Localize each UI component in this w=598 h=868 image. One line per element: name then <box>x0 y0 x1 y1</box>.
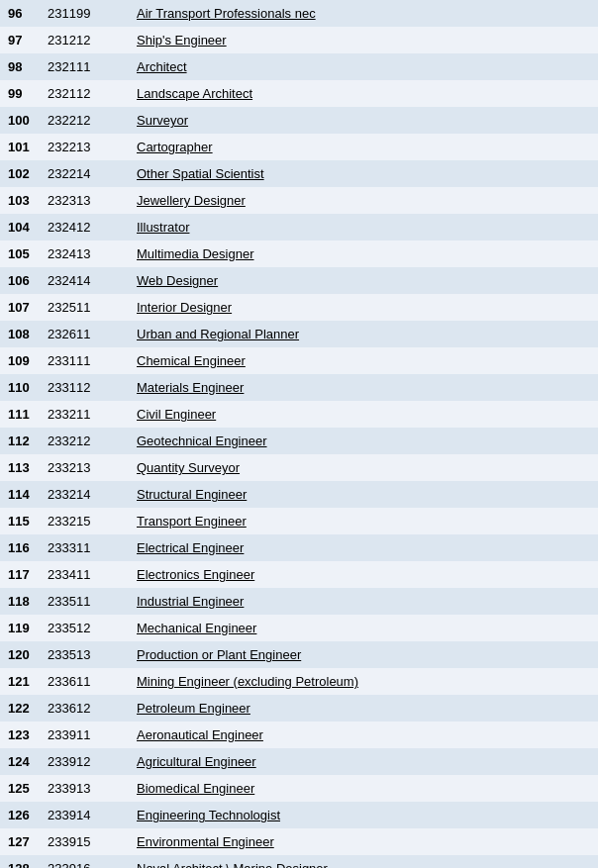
occupation-title[interactable]: Jewellery Designer <box>129 187 598 214</box>
table-row: 98232111Architect <box>0 53 598 80</box>
data-table: 96231199Air Transport Professionals nec9… <box>0 0 598 868</box>
table-row: 105232413Multimedia Designer <box>0 241 598 267</box>
table-row: 111233211Civil Engineer <box>0 401 598 428</box>
occupation-title[interactable]: Architect <box>129 53 598 80</box>
table-row: 107232511Interior Designer <box>0 294 598 321</box>
occupation-title[interactable]: Chemical Engineer <box>129 347 598 374</box>
occupation-code: 232413 <box>40 241 129 267</box>
occupation-code: 232111 <box>40 53 129 80</box>
occupation-title[interactable]: Air Transport Professionals nec <box>129 0 598 27</box>
occupation-code: 233212 <box>40 428 129 454</box>
table-row: 106232414Web Designer <box>0 267 598 294</box>
occupation-title[interactable]: Engineering Technologist <box>129 802 598 828</box>
occupation-title[interactable]: Geotechnical Engineer <box>129 428 598 454</box>
occupation-title[interactable]: Naval Architect \ Marine Designer <box>129 855 598 868</box>
occupation-title[interactable]: Quantity Surveyor <box>129 454 598 481</box>
occupation-code: 231199 <box>40 0 129 27</box>
table-row: 109233111Chemical Engineer <box>0 347 598 374</box>
occupation-title[interactable]: Civil Engineer <box>129 401 598 428</box>
occupation-code: 232313 <box>40 187 129 214</box>
row-number: 102 <box>0 160 40 187</box>
occupation-title[interactable]: Production or Plant Engineer <box>129 641 598 668</box>
row-number: 119 <box>0 615 40 641</box>
occupation-code: 233213 <box>40 454 129 481</box>
occupation-title[interactable]: Industrial Engineer <box>129 588 598 615</box>
row-number: 114 <box>0 481 40 508</box>
table-row: 114233214Structural Engineer <box>0 481 598 508</box>
occupation-title[interactable]: Web Designer <box>129 267 598 294</box>
table-row: 108232611Urban and Regional Planner <box>0 321 598 347</box>
table-row: 125233913Biomedical Engineer <box>0 775 598 802</box>
row-number: 115 <box>0 508 40 534</box>
occupation-code: 232611 <box>40 321 129 347</box>
row-number: 104 <box>0 214 40 241</box>
occupation-code: 233513 <box>40 641 129 668</box>
table-row: 97231212Ship's Engineer <box>0 27 598 53</box>
table-row: 110233112Materials Engineer <box>0 374 598 401</box>
occupation-code: 232112 <box>40 80 129 107</box>
table-row: 96231199Air Transport Professionals nec <box>0 0 598 27</box>
row-number: 112 <box>0 428 40 454</box>
occupation-code: 232212 <box>40 107 129 134</box>
occupation-title[interactable]: Cartographer <box>129 134 598 160</box>
row-number: 126 <box>0 802 40 828</box>
occupation-title[interactable]: Multimedia Designer <box>129 241 598 267</box>
occupation-code: 232214 <box>40 160 129 187</box>
occupation-code: 233214 <box>40 481 129 508</box>
occupation-title[interactable]: Environmental Engineer <box>129 828 598 855</box>
row-number: 118 <box>0 588 40 615</box>
occupation-title[interactable]: Interior Designer <box>129 294 598 321</box>
occupation-code: 231212 <box>40 27 129 53</box>
occupation-code: 232511 <box>40 294 129 321</box>
occupation-title[interactable]: Materials Engineer <box>129 374 598 401</box>
table-row: 123233911Aeronautical Engineer <box>0 722 598 748</box>
occupation-code: 233215 <box>40 508 129 534</box>
row-number: 113 <box>0 454 40 481</box>
occupation-code: 233111 <box>40 347 129 374</box>
table-row: 100232212Surveyor <box>0 107 598 134</box>
occupation-title[interactable]: Other Spatial Scientist <box>129 160 598 187</box>
table-row: 128233916Naval Architect \ Marine Design… <box>0 855 598 868</box>
row-number: 99 <box>0 80 40 107</box>
row-number: 100 <box>0 107 40 134</box>
row-number: 123 <box>0 722 40 748</box>
occupation-code: 233411 <box>40 561 129 588</box>
row-number: 96 <box>0 0 40 27</box>
table-row: 117233411Electronics Engineer <box>0 561 598 588</box>
row-number: 97 <box>0 27 40 53</box>
table-row: 116233311Electrical Engineer <box>0 534 598 561</box>
occupation-code: 233211 <box>40 401 129 428</box>
row-number: 101 <box>0 134 40 160</box>
occupation-title[interactable]: Electrical Engineer <box>129 534 598 561</box>
occupation-title[interactable]: Structural Engineer <box>129 481 598 508</box>
occupation-title[interactable]: Ship's Engineer <box>129 27 598 53</box>
occupation-title[interactable]: Agricultural Engineer <box>129 748 598 775</box>
table-row: 112233212Geotechnical Engineer <box>0 428 598 454</box>
occupation-title[interactable]: Landscape Architect <box>129 80 598 107</box>
occupation-code: 233914 <box>40 802 129 828</box>
table-row: 103232313Jewellery Designer <box>0 187 598 214</box>
occupation-title[interactable]: Urban and Regional Planner <box>129 321 598 347</box>
occupation-title[interactable]: Petroleum Engineer <box>129 695 598 722</box>
row-number: 106 <box>0 267 40 294</box>
occupation-title[interactable]: Biomedical Engineer <box>129 775 598 802</box>
table-row: 121233611Mining Engineer (excluding Petr… <box>0 668 598 695</box>
occupation-title[interactable]: Aeronautical Engineer <box>129 722 598 748</box>
occupation-title[interactable]: Mechanical Engineer <box>129 615 598 641</box>
occupation-title[interactable]: Transport Engineer <box>129 508 598 534</box>
occupation-code: 233512 <box>40 615 129 641</box>
row-number: 124 <box>0 748 40 775</box>
row-number: 105 <box>0 241 40 267</box>
table-row: 113233213Quantity Surveyor <box>0 454 598 481</box>
occupation-title[interactable]: Illustrator <box>129 214 598 241</box>
occupation-title[interactable]: Mining Engineer (excluding Petroleum) <box>129 668 598 695</box>
table-row: 115233215Transport Engineer <box>0 508 598 534</box>
occupation-code: 233112 <box>40 374 129 401</box>
occupation-code: 233916 <box>40 855 129 868</box>
table-row: 122233612Petroleum Engineer <box>0 695 598 722</box>
occupation-title[interactable]: Electronics Engineer <box>129 561 598 588</box>
occupation-code: 232213 <box>40 134 129 160</box>
occupation-title[interactable]: Surveyor <box>129 107 598 134</box>
row-number: 121 <box>0 668 40 695</box>
row-number: 127 <box>0 828 40 855</box>
